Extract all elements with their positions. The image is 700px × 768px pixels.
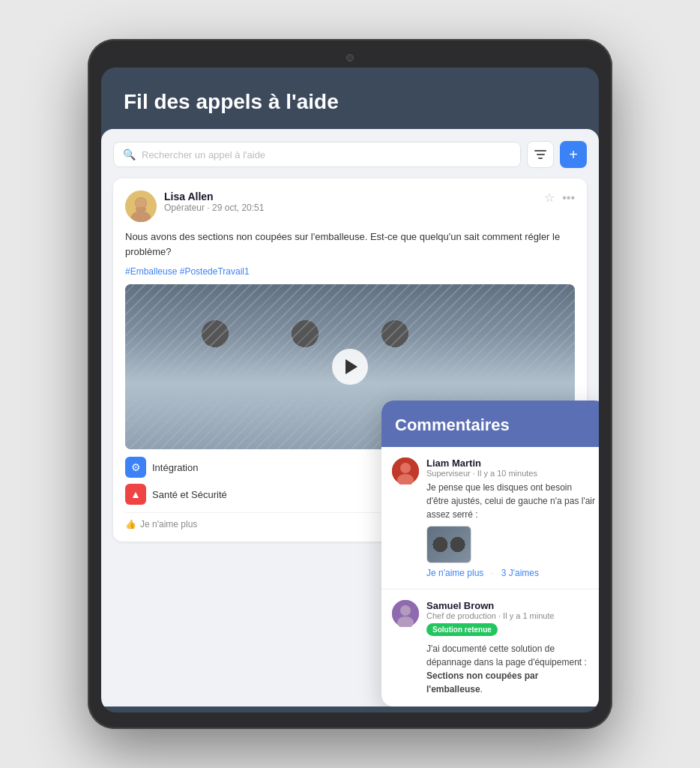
tablet: Fil des appels à l'aide 🔍 Rechercher un … (88, 39, 612, 729)
search-input-wrap[interactable]: 🔍 Rechercher un appel à l'aide (113, 142, 521, 167)
comment-text-end: . (480, 684, 483, 694)
category-icon-integration: ⚙ (125, 457, 146, 478)
filter-button[interactable] (527, 141, 554, 168)
comment-text-liam: Je pense que les disques ont besoin d'êt… (426, 481, 596, 521)
category-label-safety: Santé et Sécurité (152, 489, 227, 500)
add-button[interactable]: + (560, 141, 587, 168)
solution-badge: Solution retenue (426, 623, 498, 636)
comments-title: Commentaires (395, 416, 593, 435)
post-header: Lisa Allen Opérateur · 29 oct, 20:51 ☆ •… (125, 190, 575, 222)
star-icon[interactable]: ☆ (544, 190, 555, 205)
post-tags[interactable]: #Emballeuse #PostedeTravail1 (125, 266, 575, 277)
comments-header: Commentaires (381, 400, 599, 447)
post-actions: ☆ ••• (544, 190, 575, 205)
comment-text-samuel: J'ai documenté cette solution de dépanna… (426, 642, 596, 696)
svg-point-3 (136, 198, 146, 208)
svg-rect-4 (136, 207, 146, 212)
comment-actions-liam: Je n'aime plus · 3 J'aimes (426, 568, 596, 578)
comment-image-liam (426, 526, 471, 563)
post-author: Lisa Allen (164, 190, 544, 202)
page-title: Fil des appels à l'aide (124, 90, 576, 114)
comment-time-liam: Superviseur · Il y a 10 minutes (426, 469, 596, 478)
comments-panel: Commentaires Liam Martin (381, 400, 599, 706)
screen-header: Fil des appels à l'aide (101, 68, 599, 129)
screen: Fil des appels à l'aide 🔍 Rechercher un … (101, 68, 599, 712)
svg-point-6 (400, 463, 411, 473)
category-label-integration: Intégration (152, 462, 198, 473)
likes-count-liam: 3 J'aimes (501, 568, 539, 578)
comments-body: Liam Martin Superviseur · Il y a 10 minu… (381, 447, 599, 706)
search-placeholder: Rechercher un appel à l'aide (142, 149, 265, 160)
comment-avatar-liam (392, 458, 419, 484)
comment-author-samuel: Samuel Brown (426, 600, 596, 611)
comment-avatar-samuel (392, 600, 419, 627)
dislike-button-liam[interactable]: Je n'aime plus (426, 568, 483, 578)
category-icon-safety: ▲ (125, 484, 146, 505)
thumbs-up-icon: 👍 (125, 519, 136, 530)
comment-item-samuel: Samuel Brown Chef de production · Il y a… (392, 600, 596, 696)
comment-content-samuel: Samuel Brown Chef de production · Il y a… (426, 600, 596, 696)
play-icon (346, 359, 357, 374)
more-icon[interactable]: ••• (562, 191, 575, 205)
comment-author-liam: Liam Martin (426, 458, 596, 469)
separator: · (491, 568, 493, 578)
search-bar: 🔍 Rechercher un appel à l'aide + (113, 141, 587, 168)
avatar (125, 190, 157, 222)
comment-content-liam: Liam Martin Superviseur · Il y a 10 minu… (426, 458, 596, 578)
divider (381, 589, 599, 590)
comment-time-samuel: Chef de production · Il y a 1 minute (426, 611, 596, 620)
filter-icon (534, 150, 546, 159)
play-button[interactable] (332, 349, 368, 385)
comment-text-part1: J'ai documenté cette solution de dépanna… (426, 644, 587, 668)
post-meta: Lisa Allen Opérateur · 29 oct, 20:51 (164, 190, 544, 213)
like-label: Je n'aime plus (140, 519, 197, 530)
search-icon: 🔍 (123, 148, 136, 160)
comment-item: Liam Martin Superviseur · Il y a 10 minu… (392, 458, 596, 578)
like-button[interactable]: 👍 Je n'aime plus (125, 519, 197, 530)
svg-point-9 (400, 605, 411, 616)
post-body: Nous avons des sections non coupées sur … (125, 230, 575, 259)
camera (346, 54, 354, 62)
screen-content: 🔍 Rechercher un appel à l'aide + (101, 129, 599, 706)
post-subtitle: Opérateur · 29 oct, 20:51 (164, 202, 544, 213)
